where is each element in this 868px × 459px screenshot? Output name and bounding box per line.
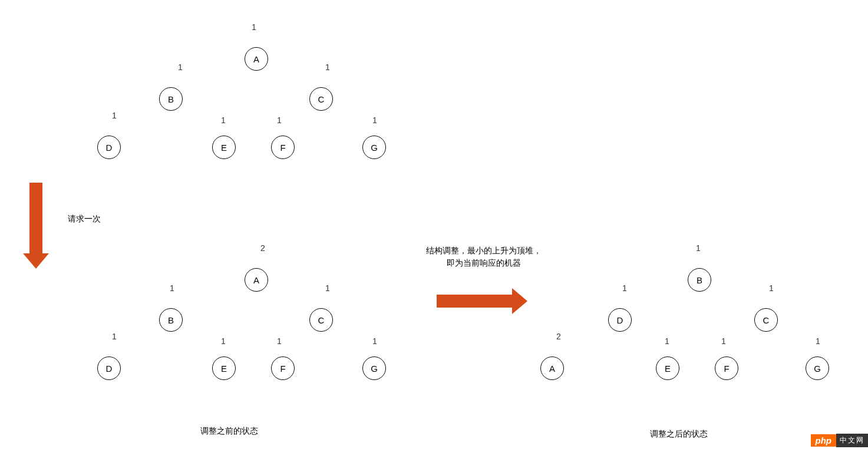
num-after-F: 1 bbox=[721, 336, 726, 346]
node-before-B: B bbox=[159, 308, 183, 332]
num-top-E: 1 bbox=[221, 115, 226, 125]
num-top-B: 1 bbox=[178, 62, 183, 72]
num-after-D: 1 bbox=[622, 283, 627, 293]
num-before-B: 1 bbox=[170, 283, 174, 293]
num-top-A: 1 bbox=[252, 22, 256, 32]
node-top-C: C bbox=[309, 87, 333, 111]
node-before-A: A bbox=[245, 268, 268, 292]
label-before-state: 调整之前的状态 bbox=[200, 425, 258, 437]
watermark: php 中文网 bbox=[811, 434, 869, 447]
arrow-down-icon bbox=[29, 183, 49, 269]
num-before-G: 1 bbox=[372, 336, 377, 346]
num-after-B: 1 bbox=[696, 243, 701, 253]
node-before-D: D bbox=[97, 356, 121, 380]
node-top-A: A bbox=[245, 47, 268, 71]
arrow-right-icon bbox=[437, 288, 527, 314]
node-after-G: G bbox=[806, 356, 829, 380]
num-before-C: 1 bbox=[325, 283, 330, 293]
num-after-C: 1 bbox=[769, 283, 774, 293]
node-top-D: D bbox=[97, 136, 121, 159]
label-after-state: 调整之后的状态 bbox=[650, 428, 708, 440]
node-top-F: F bbox=[271, 136, 295, 159]
watermark-php: php bbox=[811, 434, 837, 447]
node-before-C: C bbox=[309, 308, 333, 332]
node-before-E: E bbox=[212, 356, 236, 380]
watermark-rest: 中文网 bbox=[836, 434, 868, 447]
node-after-C: C bbox=[754, 308, 778, 332]
num-after-G: 1 bbox=[816, 336, 820, 346]
num-top-D: 1 bbox=[112, 111, 117, 120]
label-restructure: 结构调整，最小的上升为顶堆，即为当前响应的机器 bbox=[423, 245, 544, 269]
num-before-D: 1 bbox=[112, 332, 117, 341]
num-before-E: 1 bbox=[221, 336, 226, 346]
num-top-C: 1 bbox=[325, 62, 330, 72]
node-top-E: E bbox=[212, 136, 236, 159]
node-before-F: F bbox=[271, 356, 295, 380]
node-after-B: B bbox=[688, 268, 711, 292]
node-after-E: E bbox=[656, 356, 679, 380]
node-after-F: F bbox=[715, 356, 738, 380]
num-before-F: 1 bbox=[277, 336, 282, 346]
node-top-G: G bbox=[362, 136, 386, 159]
num-top-F: 1 bbox=[277, 115, 282, 125]
node-before-G: G bbox=[362, 356, 386, 380]
num-top-G: 1 bbox=[372, 115, 377, 125]
node-top-B: B bbox=[159, 87, 183, 111]
num-after-E: 1 bbox=[665, 336, 669, 346]
node-after-A: A bbox=[540, 356, 564, 380]
label-request-once: 请求一次 bbox=[68, 213, 101, 225]
node-after-D: D bbox=[608, 308, 632, 332]
num-after-A: 2 bbox=[556, 332, 561, 341]
num-before-A: 2 bbox=[260, 243, 265, 253]
